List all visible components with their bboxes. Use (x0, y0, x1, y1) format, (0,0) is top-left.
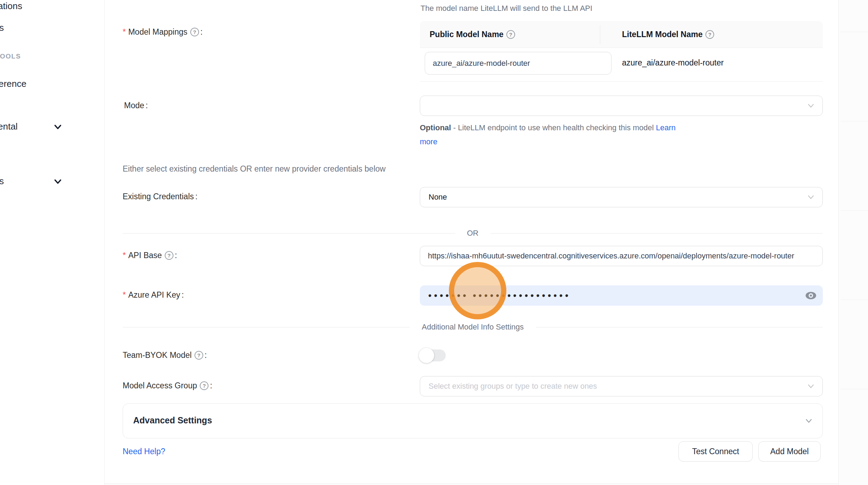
required-mark: * (123, 27, 126, 37)
help-question-icon[interactable]: ? (200, 381, 209, 390)
existing-credentials-label: Existing Credentials : (123, 192, 198, 201)
litellm-model-name-value: azure_ai/azure-model-router (622, 58, 724, 68)
or-divider-text: OR (455, 229, 491, 238)
model-mappings-table-header: Public Model Name ? LiteLLM Model Name ? (420, 21, 823, 48)
sidebar-item-truncated-3[interactable]: erence (0, 78, 27, 89)
masked-password-dots: ••••••••••••••••• (473, 291, 571, 300)
eye-icon[interactable] (805, 289, 817, 302)
chevron-down-icon[interactable] (53, 177, 62, 186)
help-question-icon[interactable]: ? (194, 351, 203, 360)
required-mark: * (123, 251, 126, 260)
credentials-note: Either select existing credentials OR en… (123, 164, 385, 174)
masked-password-dots: ••••••• (428, 291, 469, 300)
table-column-divider (600, 25, 600, 44)
model-access-group-select[interactable]: Select existing groups or type to create… (420, 376, 823, 396)
team-byok-label: Team-BYOK Model ? : (123, 351, 207, 360)
api-base-label: * API Base ? : (123, 251, 177, 260)
chevron-down-icon (807, 102, 815, 110)
chevron-down-icon[interactable] (805, 417, 813, 425)
azure-api-key-label: * Azure API Key : (123, 290, 184, 300)
model-name-helper-text: The model name LiteLLM will send to the … (421, 4, 592, 13)
add-model-page: ations s TOOLS erence ental s The model … (0, 0, 868, 485)
help-question-icon[interactable]: ? (165, 251, 173, 260)
need-help-link[interactable]: Need Help? (123, 447, 165, 456)
sidebar-item-truncated-1[interactable]: ations (0, 1, 22, 12)
existing-credentials-select[interactable]: None (420, 187, 823, 207)
test-connect-button[interactable]: Test Connect (678, 441, 753, 462)
required-mark: * (123, 290, 126, 300)
azure-api-key-input[interactable]: ••••••• ••••••••••••••••• (420, 285, 823, 306)
model-access-group-label: Model Access Group ? : (123, 381, 212, 390)
learn-more-link[interactable]: more (420, 137, 437, 146)
help-question-icon[interactable]: ? (190, 28, 199, 36)
help-question-icon[interactable]: ? (705, 30, 714, 39)
public-model-name-input[interactable]: azure_ai/azure-model-router (425, 52, 611, 75)
chevron-down-icon[interactable] (53, 122, 62, 131)
page-background-strip (838, 0, 868, 485)
model-mappings-label: * Model Mappings ? : (123, 27, 203, 37)
api-base-input[interactable]: https://ishaa-mh6uutut-swedencentral.cog… (420, 246, 823, 266)
sidebar-item-truncated-4[interactable]: ental (0, 121, 18, 132)
learn-more-link[interactable]: Learn (656, 123, 676, 132)
advanced-settings-panel[interactable] (123, 403, 823, 438)
additional-settings-divider-text: Additional Model Info Settings (410, 323, 535, 332)
litellm-model-name-header: LiteLLM Model Name ? (622, 30, 714, 39)
chevron-down-icon (807, 193, 815, 201)
toggle-knob (419, 348, 434, 363)
mode-helper-line1: Optional - LiteLLM endpoint to use when … (420, 123, 676, 132)
public-model-name-header: Public Model Name ? (430, 30, 515, 39)
mode-label: Mode : (124, 101, 148, 110)
additional-settings-divider: Additional Model Info Settings (123, 323, 823, 332)
chevron-down-icon (807, 382, 815, 390)
team-byok-toggle[interactable] (420, 349, 446, 361)
sidebar-section-tools: TOOLS (0, 53, 21, 60)
sidebar: ations s TOOLS erence ental s (0, 0, 105, 485)
help-question-icon[interactable]: ? (506, 30, 515, 39)
advanced-settings-title[interactable]: Advanced Settings (133, 415, 212, 425)
mode-select[interactable] (420, 96, 823, 116)
sidebar-item-truncated-5[interactable]: s (0, 176, 4, 187)
model-access-group-placeholder: Select existing groups or type to create… (420, 382, 606, 391)
or-divider: OR (123, 229, 823, 238)
sidebar-item-truncated-2[interactable]: s (0, 22, 4, 33)
add-model-button[interactable]: Add Model (758, 441, 821, 462)
table-bottom-border (420, 81, 823, 82)
